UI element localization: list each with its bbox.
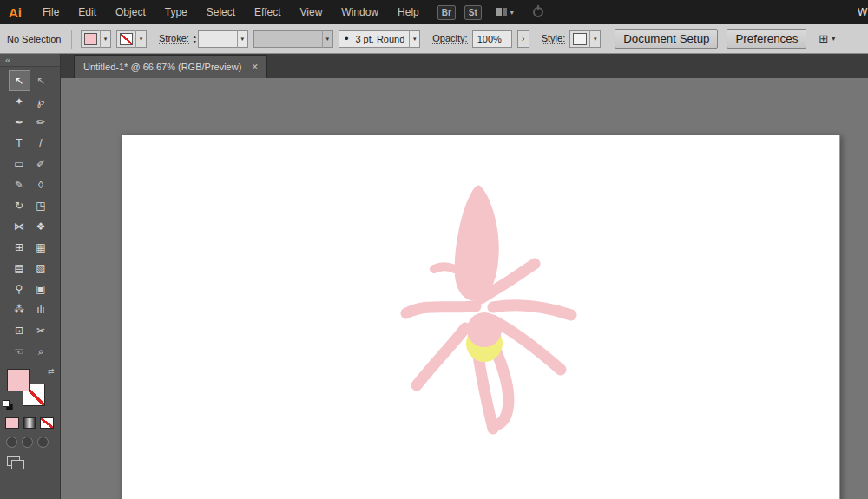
- menu-item-edit[interactable]: Edit: [69, 6, 106, 18]
- menu-item-type[interactable]: Type: [155, 6, 197, 18]
- menu-item-help[interactable]: Help: [388, 6, 429, 18]
- fill-color-swatch[interactable]: [84, 33, 97, 45]
- stroke-color-dropdown[interactable]: ▾: [116, 30, 147, 48]
- brush-preset-name: 3 pt. Round: [351, 34, 409, 44]
- graphic-style-swatch[interactable]: [573, 33, 587, 45]
- pasteboard: [61, 78, 868, 499]
- document-tab-title: Untitled-1* @ 66.67% (RGB/Preview): [83, 62, 241, 72]
- stroke-width-stepper[interactable]: ▴ ▾: [194, 34, 196, 44]
- tentacle-right: [493, 305, 571, 315]
- stepper-down-icon[interactable]: ▾: [194, 39, 196, 44]
- change-screen-mode-button[interactable]: [7, 456, 24, 470]
- graphic-style-dropdown[interactable]: ▾: [569, 30, 601, 48]
- symbol-sprayer-tool[interactable]: ⁂: [9, 299, 30, 320]
- gradient-tool[interactable]: ▧: [30, 258, 52, 279]
- style-label[interactable]: Style:: [542, 33, 566, 44]
- paintbrush-tool[interactable]: ✐: [30, 154, 52, 174]
- menu-item-object[interactable]: Object: [106, 6, 155, 18]
- eraser-tool[interactable]: ◊: [30, 174, 52, 195]
- draw-normal-button[interactable]: [6, 437, 17, 448]
- perspective-grid-tool[interactable]: ▦: [30, 237, 52, 258]
- draw-mode-row: [0, 437, 60, 448]
- crescent-bite: [467, 312, 502, 347]
- curvature-tool[interactable]: ✏: [30, 112, 52, 133]
- tools-grid: ↖ ↖ ✦ ℘ ✒ ✏ T / ▭ ✐ ✎ ◊ ↻ ◳ ⋈ ❖ ⊞ ▦ ▤ ▧: [0, 67, 60, 362]
- squid-body: [455, 185, 499, 300]
- zoom-tool[interactable]: ⌕: [30, 341, 52, 362]
- rotate-tool[interactable]: ↻: [9, 195, 30, 216]
- bridge-button[interactable]: Br: [437, 5, 456, 20]
- fill-swatch[interactable]: [7, 369, 30, 391]
- app-logo: Ai: [0, 5, 33, 20]
- menu-item-window[interactable]: Window: [332, 6, 388, 18]
- pencil-tool[interactable]: ✎: [9, 174, 30, 195]
- menu-item-file[interactable]: File: [33, 6, 69, 18]
- blend-tool[interactable]: ▣: [30, 279, 52, 299]
- close-tab-icon[interactable]: ×: [252, 61, 258, 73]
- align-icon: ⊞: [819, 32, 828, 45]
- default-fill-stroke-icon[interactable]: [3, 400, 15, 412]
- column-graph-tool[interactable]: ılı: [30, 299, 52, 320]
- align-options-dropdown[interactable]: ⊞ ▾: [819, 32, 835, 45]
- workspace-caret-icon[interactable]: ▾: [510, 9, 514, 16]
- opacity-value[interactable]: 100%: [473, 34, 506, 44]
- opacity-combo[interactable]: 100%: [472, 30, 512, 48]
- document-area: Untitled-1* @ 66.67% (RGB/Preview) ×: [61, 54, 868, 499]
- menu-bar: Ai File Edit Object Type Select Effect V…: [0, 0, 868, 24]
- preferences-button[interactable]: Preferences: [727, 29, 806, 49]
- none-mode-button[interactable]: [40, 417, 54, 429]
- stock-button[interactable]: St: [464, 5, 482, 20]
- scale-tool[interactable]: ◳: [30, 195, 52, 216]
- type-tool[interactable]: T: [9, 133, 30, 154]
- brush-preview-icon: •: [339, 32, 352, 45]
- sync-settings-icon[interactable]: [533, 7, 543, 17]
- shape-builder-tool[interactable]: ❖: [30, 216, 52, 237]
- stroke-label[interactable]: Stroke:: [159, 33, 189, 44]
- collapse-panel-button[interactable]: «: [0, 54, 60, 67]
- width-tool[interactable]: ⋈: [9, 216, 30, 237]
- artboard-tool[interactable]: ⊡: [9, 320, 30, 341]
- swap-fill-stroke-icon[interactable]: ⇄: [48, 367, 55, 376]
- document-tab[interactable]: Untitled-1* @ 66.67% (RGB/Preview) ×: [74, 55, 267, 78]
- chevron-down-icon[interactable]: ▾: [100, 30, 110, 48]
- color-mode-button[interactable]: [5, 417, 19, 429]
- chevron-down-icon[interactable]: ▾: [409, 30, 419, 48]
- rectangle-tool[interactable]: ▭: [9, 154, 30, 174]
- stroke-none-swatch[interactable]: [120, 33, 133, 45]
- menu-item-effect[interactable]: Effect: [245, 6, 290, 18]
- arrange-documents-icon[interactable]: [496, 8, 507, 16]
- free-transform-tool[interactable]: ⊞: [9, 237, 30, 258]
- menu-item-view[interactable]: View: [291, 6, 332, 18]
- tentacle-left: [406, 306, 476, 313]
- divider: [71, 30, 72, 49]
- selection-status: No Selection: [0, 34, 71, 44]
- mesh-tool[interactable]: ▤: [9, 258, 30, 279]
- pen-tool[interactable]: ✒: [9, 112, 30, 133]
- draw-behind-button[interactable]: [22, 437, 33, 448]
- chevron-down-icon[interactable]: ▾: [135, 30, 146, 48]
- chevron-down-icon[interactable]: ▾: [589, 30, 600, 48]
- slice-tool[interactable]: ✂: [30, 320, 52, 341]
- magic-wand-tool[interactable]: ✦: [9, 91, 30, 112]
- direct-selection-tool[interactable]: ↖: [30, 70, 52, 91]
- line-segment-tool[interactable]: /: [30, 133, 52, 154]
- illustrator-window: Ai File Edit Object Type Select Effect V…: [0, 0, 868, 499]
- stroke-width-combo[interactable]: ▾: [198, 30, 248, 48]
- chevron-down-icon[interactable]: ▾: [832, 35, 835, 43]
- menu-item-select[interactable]: Select: [197, 6, 245, 18]
- lasso-tool[interactable]: ℘: [30, 91, 52, 112]
- opacity-label[interactable]: Opacity:: [432, 33, 467, 44]
- brush-definition-combo[interactable]: • 3 pt. Round ▾: [339, 30, 420, 48]
- chevron-down-icon[interactable]: ▾: [237, 30, 247, 48]
- artboard[interactable]: [122, 135, 840, 499]
- menu-truncated-right: W: [858, 6, 868, 18]
- document-setup-button[interactable]: Document Setup: [615, 29, 718, 49]
- selection-tool[interactable]: ↖: [9, 70, 30, 91]
- fill-color-dropdown[interactable]: ▾: [81, 30, 111, 48]
- gradient-mode-button[interactable]: [23, 417, 36, 429]
- hand-tool[interactable]: ☜: [9, 341, 30, 362]
- draw-inside-button[interactable]: [37, 437, 49, 448]
- squid-artwork: [396, 179, 578, 435]
- opacity-panel-button[interactable]: ›: [517, 30, 529, 48]
- eyedropper-tool[interactable]: ⚲: [9, 279, 30, 299]
